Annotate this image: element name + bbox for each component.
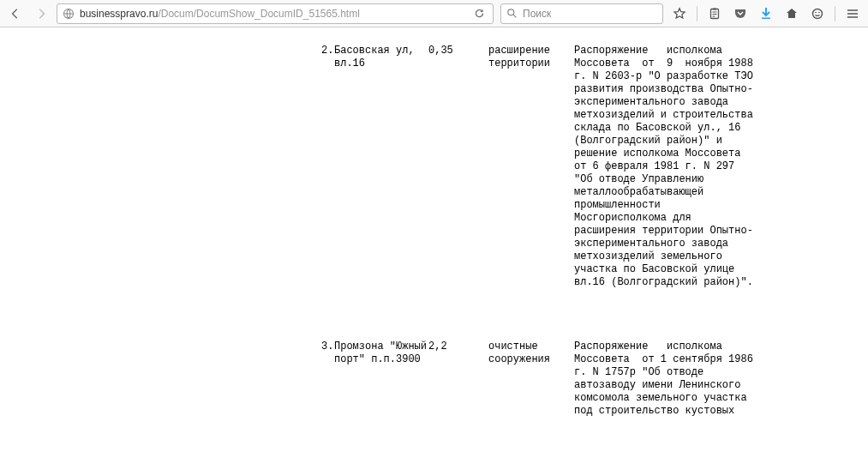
search-bar[interactable] xyxy=(500,3,663,24)
back-button[interactable] xyxy=(3,3,27,24)
svg-point-7 xyxy=(818,11,820,13)
url-bar[interactable]: businesspravo.ru/Docum/DocumShow_DocumID… xyxy=(57,3,494,24)
table-row: 2. Басовская ул, вл.16 0,35 расширение т… xyxy=(17,45,851,289)
search-icon xyxy=(506,8,518,19)
home-icon[interactable] xyxy=(780,3,804,24)
pocket-icon[interactable] xyxy=(728,3,752,24)
separator xyxy=(697,6,697,21)
url-text: businesspravo.ru/Docum/DocumShow_DocumID… xyxy=(80,8,465,20)
browser-toolbar: businesspravo.ru/Docum/DocumShow_DocumID… xyxy=(0,0,868,27)
document-page: 2. Басовская ул, вл.16 0,35 расширение т… xyxy=(0,27,868,452)
cell-purpose: расширение территории xyxy=(488,45,574,289)
cell-address: Басовская ул, вл.16 xyxy=(334,45,428,289)
cell-document: Распоряжение исполкома Моссовета от 1 се… xyxy=(574,341,758,418)
cell-area: 0,35 xyxy=(428,45,488,289)
search-input[interactable] xyxy=(523,8,657,20)
toolbar-actions xyxy=(667,3,865,24)
bookmark-star-icon[interactable] xyxy=(667,3,691,24)
cell-num: 3. xyxy=(308,341,334,418)
globe-icon xyxy=(63,8,75,20)
cell-num: 2. xyxy=(308,45,334,289)
reload-button[interactable] xyxy=(470,5,488,22)
cell-address: Промзона "Южный порт" п.п.3900 xyxy=(334,341,428,418)
table-row: 3. Промзона "Южный порт" п.п.3900 2,2 оч… xyxy=(17,341,851,418)
svg-point-6 xyxy=(815,11,817,13)
cell-area: 2,2 xyxy=(428,341,488,418)
clipboard-icon[interactable] xyxy=(703,3,727,24)
svg-rect-3 xyxy=(713,8,716,9)
menu-icon[interactable] xyxy=(841,3,865,24)
cell-purpose: очистные сооружения xyxy=(488,341,574,418)
cell-document: Распоряжение исполкома Моссовета от 9 но… xyxy=(574,45,758,289)
svg-point-1 xyxy=(508,9,514,15)
download-icon[interactable] xyxy=(754,3,778,24)
svg-point-5 xyxy=(813,9,823,18)
separator xyxy=(835,6,835,21)
svg-rect-4 xyxy=(762,17,770,19)
smiley-icon[interactable] xyxy=(805,3,829,24)
forward-button[interactable] xyxy=(29,3,53,24)
